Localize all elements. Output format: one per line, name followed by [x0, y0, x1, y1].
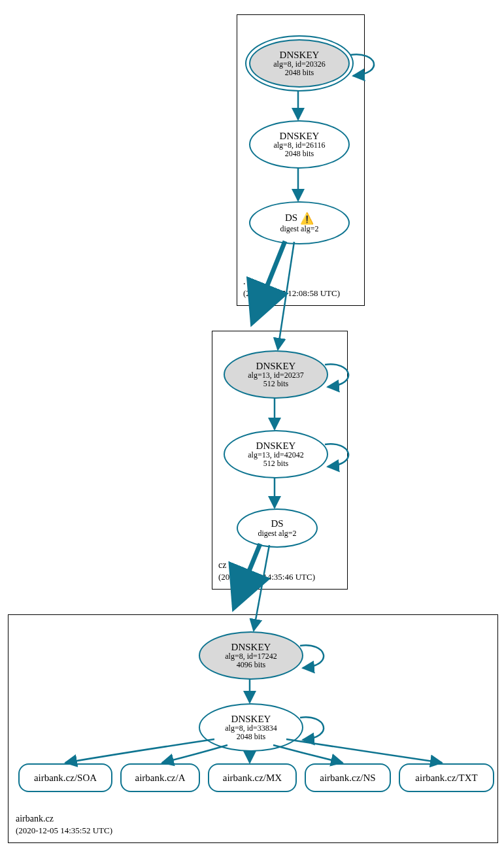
node-root-zsk-line3: 2048 bits: [285, 150, 314, 158]
record-mx: airbank.cz/MX: [208, 763, 297, 792]
node-airbank-zsk-title: DNSKEY: [231, 714, 271, 725]
record-ns-label: airbank.cz/NS: [320, 773, 375, 784]
zone-name-cz: cz: [218, 560, 226, 570]
record-soa: airbank.cz/SOA: [18, 763, 112, 792]
node-root-ksk-line3: 2048 bits: [285, 69, 314, 77]
node-root-ds-title: DS: [285, 212, 297, 223]
node-cz-ds-title: DS: [271, 518, 283, 529]
node-cz-zsk: DNSKEY alg=13, id=42042 512 bits: [224, 430, 328, 478]
zone-name-root: .: [243, 276, 246, 286]
node-airbank-ksk-title: DNSKEY: [231, 642, 271, 653]
record-a: airbank.cz/A: [120, 763, 200, 792]
zone-label-airbank: airbank.cz (2020-12-05 14:35:52 UTC): [16, 813, 112, 837]
zone-ts-cz: (2020-12-05 14:35:46 UTC): [218, 572, 315, 582]
zone-label-root: . (2020-12-05 12:08:58 UTC): [243, 276, 340, 299]
node-airbank-ksk: DNSKEY alg=8, id=17242 4096 bits: [199, 631, 303, 680]
node-cz-ksk-title: DNSKEY: [256, 361, 296, 372]
record-a-label: airbank.cz/A: [135, 773, 185, 784]
record-ns: airbank.cz/NS: [305, 763, 391, 792]
zone-ts-root: (2020-12-05 12:08:58 UTC): [243, 288, 340, 298]
node-cz-ds: DS digest alg=2: [237, 508, 318, 548]
node-root-ksk-title: DNSKEY: [280, 50, 320, 61]
node-cz-ds-line2: digest alg=2: [258, 529, 296, 538]
record-soa-label: airbank.cz/SOA: [34, 773, 97, 784]
node-cz-zsk-title: DNSKEY: [256, 441, 296, 452]
node-cz-zsk-line3: 512 bits: [263, 459, 288, 468]
node-airbank-zsk: DNSKEY alg=8, id=33834 2048 bits: [199, 703, 303, 752]
node-root-ksk: DNSKEY alg=8, id=20326 2048 bits: [249, 39, 350, 88]
zone-ts-airbank: (2020-12-05 14:35:52 UTC): [16, 825, 112, 835]
zone-name-airbank: airbank.cz: [16, 814, 54, 824]
record-mx-label: airbank.cz/MX: [223, 773, 282, 784]
node-root-ds: DS⚠️ digest alg=2: [249, 201, 350, 244]
node-cz-ksk: DNSKEY alg=13, id=20237 512 bits: [224, 350, 328, 399]
record-txt: airbank.cz/TXT: [399, 763, 494, 792]
node-airbank-zsk-line3: 2048 bits: [237, 733, 265, 741]
record-txt-label: airbank.cz/TXT: [415, 773, 477, 784]
zone-label-cz: cz (2020-12-05 14:35:46 UTC): [218, 559, 315, 583]
node-root-zsk-title: DNSKEY: [280, 131, 320, 142]
node-cz-ksk-line3: 512 bits: [263, 380, 288, 388]
node-airbank-ksk-line3: 4096 bits: [237, 661, 265, 669]
warning-icon: ⚠️: [300, 213, 314, 225]
node-root-zsk: DNSKEY alg=8, id=26116 2048 bits: [249, 120, 350, 169]
node-root-ds-line2: digest alg=2: [280, 225, 318, 233]
node-root-ds-title-wrap: DS⚠️: [285, 212, 314, 225]
